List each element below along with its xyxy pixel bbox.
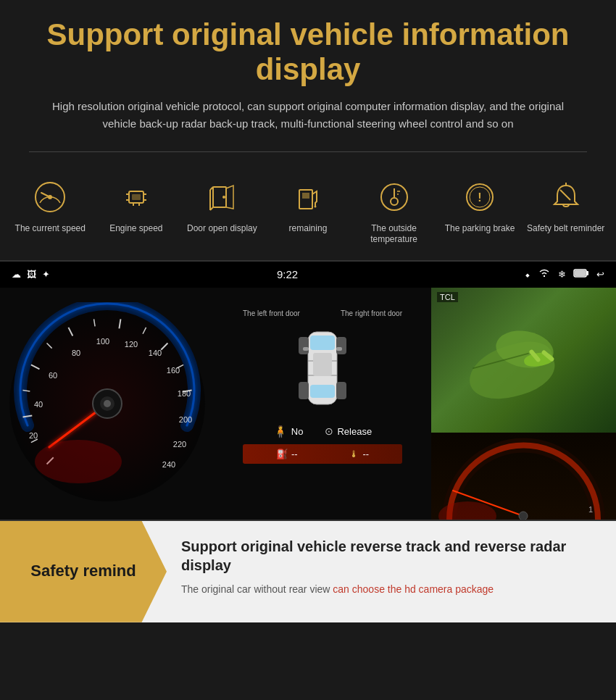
svg-text:60: 60 bbox=[48, 371, 57, 380]
safety-section: Safety remind Support original vehicle r… bbox=[0, 521, 616, 622]
right-gauge: 1 bbox=[431, 433, 616, 520]
svg-text:40: 40 bbox=[33, 400, 42, 409]
page-title: Support original vehicle information dis… bbox=[43, 17, 573, 88]
svg-rect-66 bbox=[310, 385, 335, 398]
right-gauge-svg: 1 bbox=[431, 433, 616, 520]
svg-rect-65 bbox=[310, 336, 335, 350]
feature-label-door: Door open display bbox=[187, 223, 257, 235]
svg-line-29 bbox=[560, 190, 570, 200]
feature-current-speed: The current speed bbox=[10, 181, 90, 235]
seatbelt-indicator: 🧍 No bbox=[273, 425, 304, 438]
svg-rect-68 bbox=[336, 337, 346, 354]
svg-rect-75 bbox=[336, 347, 342, 351]
safety-desc-highlight: can choose the hd camera package bbox=[333, 583, 494, 595]
brake-indicator: ⊙ Release bbox=[325, 425, 372, 437]
feature-label-brake: The parking brake bbox=[445, 223, 515, 235]
svg-point-16 bbox=[222, 196, 225, 199]
fuel-gauge-value: -- bbox=[291, 449, 298, 459]
door-icon bbox=[206, 181, 238, 217]
svg-rect-31 bbox=[586, 271, 588, 275]
feature-label-engine: Engine speed bbox=[109, 223, 162, 235]
svg-text:120: 120 bbox=[124, 340, 137, 349]
svg-rect-5 bbox=[132, 194, 141, 200]
features-row: The current speed Engine speed bbox=[0, 159, 616, 260]
feature-door-open: Door open display bbox=[182, 181, 262, 235]
svg-text:220: 220 bbox=[172, 440, 186, 449]
safety-badge: Safety remind bbox=[0, 521, 167, 622]
right-door-label: The right front door bbox=[341, 309, 402, 317]
dashboard-section: ☁ 🖼 ✦ 9:22 ⬥ ❄ ↩ bbox=[0, 260, 616, 521]
svg-rect-17 bbox=[299, 190, 312, 209]
parking-brake-icon: ! bbox=[464, 181, 496, 217]
bottom-gauges: ⛽ -- 🌡 -- bbox=[243, 444, 402, 464]
svg-rect-67 bbox=[299, 337, 309, 354]
dashboard-display: 20 40 60 80 100 120 140 160 180 200 220 … bbox=[0, 288, 616, 520]
feature-engine-speed: Engine speed bbox=[96, 181, 176, 235]
bluetooth-icon: ❄ bbox=[558, 269, 566, 280]
svg-rect-73 bbox=[313, 353, 332, 376]
status-right: ⬥ ❄ ↩ bbox=[525, 268, 604, 280]
speedometer-svg: 20 40 60 80 100 120 140 160 180 200 220 … bbox=[6, 302, 209, 505]
svg-rect-69 bbox=[299, 382, 309, 399]
engine-icon bbox=[120, 181, 152, 217]
camera-feed-container: TCL bbox=[431, 288, 616, 433]
feature-label-seatbelt: Safety belt reminder bbox=[527, 223, 604, 235]
camera-label: TCL bbox=[437, 292, 458, 302]
safety-title: Support original vehicle reverse track a… bbox=[181, 537, 594, 575]
wifi-icon bbox=[538, 268, 551, 280]
back-icon[interactable]: ↩ bbox=[596, 269, 604, 280]
speedometer-container: 20 40 60 80 100 120 140 160 180 200 220 … bbox=[0, 288, 214, 520]
safety-content: Support original vehicle reverse track a… bbox=[167, 521, 616, 622]
svg-text:200: 200 bbox=[178, 415, 191, 424]
center-panel: The left front door The right front door bbox=[214, 288, 431, 520]
header-section: Support original vehicle information dis… bbox=[0, 0, 616, 144]
seatbelt-icon bbox=[550, 181, 582, 217]
svg-text:1: 1 bbox=[588, 505, 593, 514]
svg-rect-70 bbox=[336, 382, 346, 399]
header-subtitle: High resolution original vehicle protoco… bbox=[43, 98, 573, 133]
svg-text:160: 160 bbox=[166, 366, 179, 375]
status-bar: ☁ 🖼 ✦ 9:22 ⬥ ❄ ↩ bbox=[0, 262, 616, 288]
seatbelt-status-text: No bbox=[291, 426, 304, 437]
svg-text:20: 20 bbox=[28, 431, 37, 440]
section-divider bbox=[29, 151, 587, 152]
temp-gauge-value: -- bbox=[362, 449, 369, 459]
svg-text:80: 80 bbox=[71, 349, 80, 357]
brake-status-text: Release bbox=[337, 426, 372, 437]
cloud-icon: ☁ bbox=[12, 269, 21, 280]
feature-parking-brake: ! The parking brake bbox=[440, 181, 520, 235]
svg-rect-18 bbox=[302, 193, 309, 199]
fuel-gauge-icon: ⛽ bbox=[276, 449, 288, 459]
temp-gauge-icon: 🌡 bbox=[349, 449, 359, 459]
car-top-view bbox=[290, 321, 355, 415]
svg-rect-74 bbox=[303, 347, 309, 351]
svg-rect-32 bbox=[575, 270, 586, 276]
safety-description: The original car without rear view can c… bbox=[181, 582, 594, 597]
safety-badge-text: Safety remind bbox=[30, 561, 136, 582]
feature-label-temp: The outside temperature bbox=[354, 223, 434, 246]
svg-point-22 bbox=[391, 198, 398, 205]
feature-seatbelt: Safety belt reminder bbox=[526, 181, 606, 235]
feature-label-fuel: remaining bbox=[289, 223, 328, 235]
brake-status-icon: ⊙ bbox=[325, 425, 333, 437]
svg-text:140: 140 bbox=[148, 349, 161, 357]
location-icon: ⬥ bbox=[525, 269, 530, 280]
feature-fuel: remaining bbox=[268, 181, 348, 235]
svg-text:!: ! bbox=[478, 191, 481, 204]
speedometer-icon bbox=[34, 181, 66, 217]
left-door-label: The left front door bbox=[243, 309, 300, 317]
svg-point-63 bbox=[35, 440, 122, 483]
battery-icon bbox=[573, 269, 589, 280]
svg-point-62 bbox=[104, 400, 111, 407]
safety-desc-before: The original car without rear view bbox=[181, 583, 333, 595]
svg-text:180: 180 bbox=[177, 389, 190, 398]
temp-gauge: 🌡 -- bbox=[349, 449, 369, 459]
seatbelt-status-icon: 🧍 bbox=[273, 425, 288, 438]
signal-icon: ✦ bbox=[42, 269, 50, 280]
fuel-gauge: ⛽ -- bbox=[276, 449, 298, 459]
temperature-icon bbox=[378, 181, 410, 217]
camera-image bbox=[431, 288, 616, 433]
image-icon: 🖼 bbox=[27, 269, 36, 280]
status-indicators: 🧍 No ⊙ Release bbox=[273, 425, 372, 438]
svg-point-78 bbox=[519, 512, 528, 520]
